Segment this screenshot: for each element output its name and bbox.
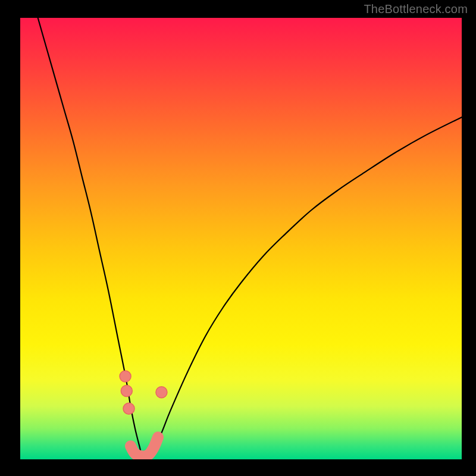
chart-svg xyxy=(20,18,462,459)
bottleneck-dot xyxy=(120,371,131,382)
bottleneck-dots xyxy=(120,371,167,414)
bottleneck-dot xyxy=(121,385,132,396)
bottleneck-dot xyxy=(156,387,167,398)
watermark-label: TheBottleneck.com xyxy=(364,2,468,16)
bottleneck-curve xyxy=(38,18,462,458)
chart-frame: TheBottleneck.com xyxy=(0,0,476,476)
plot-area xyxy=(20,18,462,459)
bottleneck-band xyxy=(131,437,158,456)
bottleneck-dot xyxy=(123,403,134,414)
